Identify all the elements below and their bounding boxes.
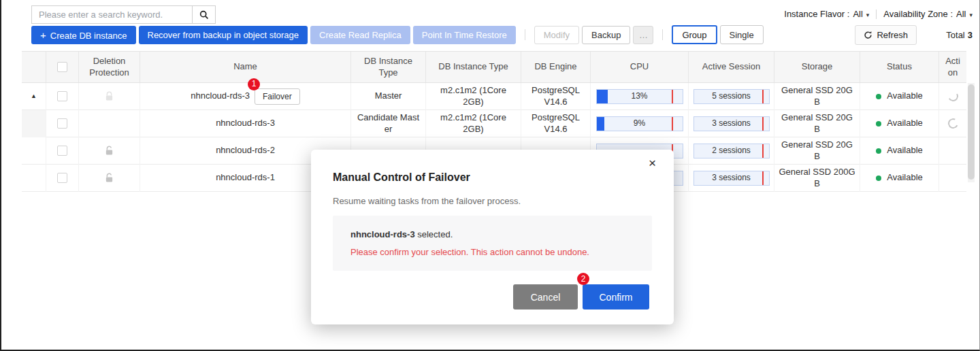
role-cell: Master [351,83,426,110]
create-db-instance-button[interactable]: +Create DB instance [31,26,136,44]
session-threshold-marker [762,171,764,185]
instance-name: nhncloud-rds-3 [191,90,250,102]
close-icon[interactable]: × [649,156,656,169]
deletion-protection-cell [79,83,140,110]
scrollbar-thumb[interactable] [968,84,975,180]
modal-selection-box: nhncloud-rds-3 selected. Please confirm … [333,216,652,271]
filter-divider [876,10,877,19]
session-threshold-marker [762,117,764,131]
status-cell: Available [860,110,939,137]
status-cell: Available [860,165,939,192]
session-cell: 3 sessions [689,110,774,137]
deletion-protection-cell [79,110,140,137]
cpu-usage-bar: 13% [596,89,683,104]
action-cell [939,137,966,165]
session-cell: 2 sessions [689,137,774,165]
active-session-bar: 3 sessions [693,171,770,186]
active-session-label: 5 sessions [712,91,751,102]
deletion-protection-cell [79,137,140,165]
header-name: Name [140,52,351,82]
cpu-cell: 9% [591,110,689,137]
table-scrollbar[interactable] [968,83,975,182]
row-checkbox-cell [46,110,79,137]
cpu-usage-bar: 9% [596,116,683,131]
row-checkbox[interactable] [57,91,67,101]
row-checkbox[interactable] [57,118,67,129]
session-cell: 5 sessions [689,83,774,110]
active-session-label: 2 sessions [712,146,751,156]
status-dot [876,148,881,154]
refresh-label: Refresh [877,30,908,40]
refresh-icon [864,31,872,39]
active-session-bar: 2 sessions [693,144,770,158]
active-session-bar: 5 sessions [693,89,770,104]
cancel-button[interactable]: Cancel [513,284,578,310]
toolbar-divider [662,29,663,40]
row-expand-cell[interactable]: ▲ [22,83,46,110]
instance-flavor-filter[interactable]: Instance Flavor : All ▾ [784,9,869,19]
row-expand-cell [22,137,46,165]
row-checkbox[interactable] [57,173,67,183]
selected-suffix: selected. [415,229,453,239]
name-cell: nhncloud-rds-3 [140,110,351,137]
storage-cell: General SSD 20GB [774,137,860,165]
header-db-instance-type-role: DB Instance Type [351,52,426,82]
status-cell: Available [860,137,939,165]
lock-icon [105,146,114,156]
top-filters: Instance Flavor : All ▾ Availability Zon… [784,9,973,19]
cpu-usage-label: 13% [631,91,647,102]
storage-cell: General SSD 20GB [774,110,860,137]
modal-title: Manual Control of Failover [333,171,652,184]
toolbar-divider [525,29,525,40]
status-cell: Available [860,83,939,110]
flavor-cell: m2.c1m2 (1Core 2GB) [426,110,521,137]
engine-cell: PostgreSQL V14.6 [521,110,591,137]
lock-icon [105,173,114,183]
cpu-usage-fill [597,90,608,103]
confirm-button[interactable]: Confirm [583,284,649,310]
deletion-protection-cell [79,165,140,192]
select-all-checkbox[interactable] [57,62,67,72]
modal-description: Resume waiting tasks from the failover p… [333,196,652,206]
row-checkbox-cell [46,83,79,110]
table-row: nhncloud-rds-3 Candidate Master m2.c1m2 … [22,110,966,137]
search-button[interactable] [192,5,216,24]
search-input[interactable] [31,5,193,24]
recover-from-backup-button[interactable]: Recover from backup in object storage [139,26,308,44]
active-session-bar: 3 sessions [693,116,770,131]
single-view-toggle[interactable]: Single [720,25,764,44]
modal-footer: Cancel Confirm 2 [513,284,649,310]
modify-button: Modify [534,26,579,44]
active-session-label: 3 sessions [712,173,751,184]
cpu-threshold-marker [672,90,673,103]
row-checkbox-cell [46,165,79,192]
availability-zone-label: Availability Zone : [883,9,953,19]
app-frame: Instance Flavor : All ▾ Availability Zon… [0,0,980,351]
step-badge-2: 2 [577,273,589,285]
failover-button[interactable]: Failover [255,88,300,105]
instance-name: nhncloud-rds-2 [216,145,275,156]
total-count: Total3 [946,30,973,40]
collapse-triangle-icon: ▲ [31,93,37,101]
row-expand-cell [22,165,46,192]
total-label: Total [946,30,964,40]
selected-instance-name: nhncloud-rds-3 [350,229,415,239]
refresh-button[interactable]: Refresh [855,25,917,45]
group-view-toggle[interactable]: Group [672,25,717,44]
action-cell [939,165,966,192]
status-label: Available [887,145,923,156]
cpu-cell: 13% [591,83,689,110]
failover-modal: × Manual Control of Failover Resume wait… [311,150,674,324]
header-expand [22,52,46,82]
step-badge-1: 1 [248,78,260,90]
action-cell [939,83,966,110]
loading-spinner-icon [946,117,959,130]
backup-button[interactable]: Backup [582,26,630,44]
session-threshold-marker [762,90,764,103]
point-in-time-restore-button: Point In Time Restore [413,26,516,44]
availability-zone-filter[interactable]: Availability Zone : All ▾ [883,9,973,19]
row-checkbox[interactable] [57,146,67,156]
modal-warning-text: Please confirm your selection. This acti… [350,247,634,257]
session-threshold-marker [762,144,764,158]
header-db-engine: DB Engine [521,52,591,82]
